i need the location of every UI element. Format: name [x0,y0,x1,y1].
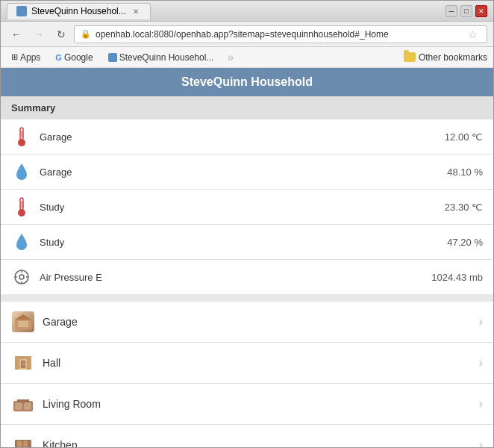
tab-close-button[interactable]: ✕ [131,6,141,16]
nav-item-hall[interactable]: Hall › [1,343,493,384]
app-title: SteveQuinn Household [181,75,313,88]
maximize-button[interactable]: □ [460,5,472,17]
summary-label-garage-humidity: Garage [40,167,447,178]
thermometer-icon-study [11,196,32,217]
nav-item-kitchen[interactable]: Kitchen › [1,425,493,447]
page-content: SteveQuinn Household Summary Garage 12.0… [1,68,493,447]
summary-list: Garage 12.00 ℃ Garage 48.10 % [1,119,493,294]
droplet-icon-study [11,231,32,252]
living-room-nav-icon [11,392,35,416]
nav-label-kitchen: Kitchen [43,439,479,447]
svg-rect-4 [22,201,22,208]
svg-rect-24 [17,399,29,402]
summary-item-garage-humidity: Garage 48.10 % [1,155,493,190]
tab-favicon [16,6,27,16]
other-bookmarks-label: Other bookmarks [419,52,487,63]
svg-point-2 [18,139,25,146]
svg-point-5 [18,209,25,217]
svg-rect-22 [15,402,22,410]
summary-value-study-humidity: 47.20 % [447,237,483,248]
google-label: Google [64,52,93,63]
bookmark-separator: » [224,51,237,64]
forward-button[interactable]: → [29,25,49,44]
nav-label-garage: Garage [43,316,479,328]
address-bar[interactable]: 🔒 openhab.local:8080/openhab.app?sitemap… [74,25,487,43]
google-icon: G [55,53,62,62]
summary-value-garage-temp: 12.00 ℃ [445,131,483,143]
site-bookmark[interactable]: SteveQuinn Househol... [104,51,219,64]
site-label: SteveQuinn Househol... [119,52,214,63]
apps-bookmark[interactable]: ⊞ Apps [7,51,45,64]
summary-label-air-pressure: Air Pressure E [40,272,431,283]
summary-item-study-humidity: Study 47.20 % [1,225,493,260]
nav-section: Garage › Hall › [1,302,493,447]
browser-tab[interactable]: SteveQuinn Househol... ✕ [7,3,151,19]
site-favicon [108,53,117,62]
summary-section-title: Summary [1,96,493,119]
nav-item-garage[interactable]: Garage › [1,302,493,343]
droplet-icon-garage [11,161,32,182]
title-bar: SteveQuinn Househol... ✕ ─ □ ✕ [1,1,493,22]
summary-value-air-pressure: 1024.43 mb [431,272,483,283]
security-icon: 🔒 [81,29,91,39]
folder-icon [404,52,416,62]
kitchen-nav-icon [11,433,35,447]
nav-label-living-room: Living Room [43,398,479,410]
summary-label-study-humidity: Study [40,237,447,248]
nav-item-living-room[interactable]: Living Room › [1,384,493,425]
svg-rect-26 [16,441,22,446]
minimize-button[interactable]: ─ [445,5,457,17]
back-button[interactable]: ← [7,25,26,44]
nav-chevron-hall: › [479,356,483,370]
svg-rect-1 [22,131,22,138]
svg-point-7 [19,275,24,279]
bookmark-star-icon[interactable]: ☆ [465,28,481,40]
gauge-icon [11,267,32,287]
nav-chevron-garage: › [479,315,483,329]
summary-value-study-temp: 23.30 ℃ [445,202,483,213]
summary-value-garage-humidity: 48.10 % [447,167,483,178]
browser-window: SteveQuinn Househol... ✕ ─ □ ✕ ← → ↻ 🔒 o… [0,0,494,448]
thermometer-icon-garage [11,126,32,147]
svg-rect-23 [24,402,31,410]
summary-item-study-temp: Study 23.30 ℃ [1,190,493,225]
apps-grid-icon: ⊞ [11,52,18,62]
svg-point-20 [23,364,25,365]
close-button[interactable]: ✕ [475,5,487,17]
url-text: openhab.local:8080/openhab.app?sitemap=s… [96,29,460,40]
summary-label-study-temp: Study [40,202,445,213]
nav-label-hall: Hall [43,357,479,369]
summary-item-garage-temp: Garage 12.00 ℃ [1,119,493,155]
nav-chevron-kitchen: › [479,438,483,447]
app-header: SteveQuinn Household [1,68,493,96]
apps-label: Apps [20,52,40,63]
hall-nav-icon [11,351,35,375]
tab-title: SteveQuinn Househol... [31,6,126,16]
garage-nav-icon [11,310,35,334]
bookmarks-bar: ⊞ Apps G Google SteveQuinn Househol... »… [1,47,493,68]
refresh-button[interactable]: ↻ [51,25,71,44]
nav-bar: ← → ↻ 🔒 openhab.local:8080/openhab.app?s… [1,22,493,47]
window-controls: ─ □ ✕ [445,5,487,17]
nav-chevron-living-room: › [479,397,483,411]
summary-label-garage-temp: Garage [40,131,445,143]
other-bookmarks[interactable]: Other bookmarks [404,52,487,63]
summary-item-air-pressure: Air Pressure E 1024.43 mb [1,260,493,294]
google-bookmark[interactable]: G Google [51,51,97,64]
